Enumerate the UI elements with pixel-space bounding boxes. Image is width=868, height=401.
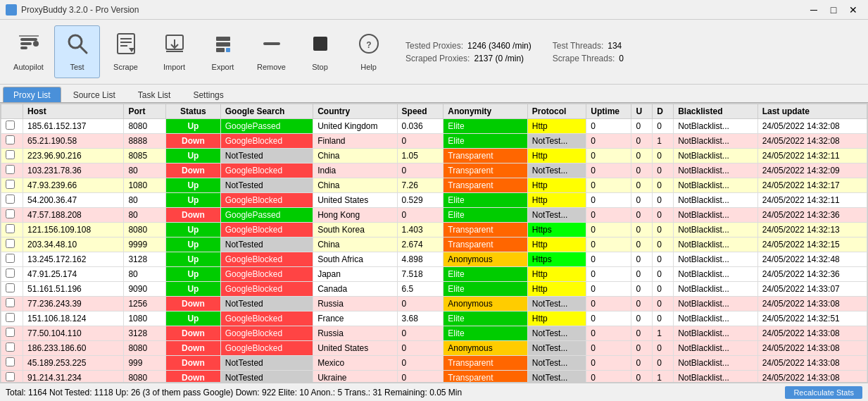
row-google: GoogleBlocked [220, 311, 313, 326]
stop-button[interactable]: Stop [297, 25, 343, 78]
row-checkbox[interactable] [1, 326, 23, 341]
row-d: 0 [653, 252, 674, 267]
table-row[interactable]: 223.96.90.216 8085 Up NotTested China 1.… [1, 149, 867, 164]
row-checkbox[interactable] [1, 134, 23, 149]
row-blacklisted: NotBlacklist... [674, 237, 757, 252]
row-anonymity: Elite [444, 267, 527, 282]
table-row[interactable]: 103.231.78.36 80 Down GoogleBlocked Indi… [1, 164, 867, 178]
row-host: 91.214.31.234 [23, 371, 124, 383]
table-row[interactable]: 47.93.239.66 1080 Up NotTested China 7.2… [1, 178, 867, 193]
row-anonymity: Transparent [444, 178, 527, 193]
table-row[interactable]: 151.106.18.124 1080 Up GoogleBlocked Fra… [1, 311, 867, 326]
row-checkbox[interactable] [1, 164, 23, 178]
scrape-button[interactable]: Scrape [103, 25, 149, 78]
col-protocol[interactable]: Protocol [527, 104, 586, 119]
row-checkbox[interactable] [1, 282, 23, 297]
col-d[interactable]: D [653, 104, 674, 119]
table-row[interactable]: 186.233.186.60 8080 Down GoogleBlocked U… [1, 341, 867, 356]
table-row[interactable]: 65.21.190.58 8888 Down GoogleBlocked Fin… [1, 134, 867, 149]
row-uptime: 0 [586, 282, 631, 297]
col-country[interactable]: Country [313, 104, 397, 119]
table-row[interactable]: 203.34.48.10 9999 Up NotTested China 2.6… [1, 237, 867, 252]
close-button[interactable]: ✕ [844, 3, 862, 17]
scrape-threads-label: Scrape Threads: [553, 54, 615, 63]
table-row[interactable]: 54.200.36.47 80 Up GoogleBlocked United … [1, 193, 867, 208]
row-blacklisted: NotBlacklist... [674, 311, 757, 326]
table-row[interactable]: 47.91.25.174 80 Up GoogleBlocked Japan 7… [1, 267, 867, 282]
row-checkbox[interactable] [1, 267, 23, 282]
autopilot-button[interactable]: Autopilot [6, 25, 51, 78]
row-country: Finland [313, 134, 397, 149]
row-checkbox[interactable] [1, 223, 23, 237]
col-last-update[interactable]: Last update [757, 104, 867, 119]
row-port: 8085 [124, 149, 166, 164]
row-host: 13.245.172.162 [23, 252, 124, 267]
import-button[interactable]: Import [151, 25, 197, 78]
row-speed: 1.05 [397, 149, 444, 164]
row-d: 0 [653, 119, 674, 134]
row-status: Up [166, 252, 221, 267]
row-host: 121.156.109.108 [23, 223, 124, 237]
scraped-proxies-label: Scraped Proxies: [405, 54, 470, 63]
col-uptime[interactable]: Uptime [586, 104, 631, 119]
stop-icon [309, 32, 332, 60]
row-google: GoogleBlocked [220, 252, 313, 267]
table-row[interactable]: 185.61.152.137 8080 Up GooglePassed Unit… [1, 119, 867, 134]
col-port[interactable]: Port [124, 104, 166, 119]
tab-settings[interactable]: Settings [182, 87, 234, 102]
svg-rect-0 [20, 38, 37, 41]
help-button[interactable]: ?Help [346, 25, 391, 78]
row-d: 0 [653, 164, 674, 178]
row-host: 65.21.190.58 [23, 134, 124, 149]
row-checkbox[interactable] [1, 252, 23, 267]
row-u: 0 [631, 119, 653, 134]
col-blacklisted[interactable]: Blacklisted [674, 104, 757, 119]
remove-button[interactable]: Remove [249, 25, 294, 78]
export-button[interactable]: Export [200, 25, 246, 78]
test-button[interactable]: Test [54, 25, 100, 78]
row-google: NotTested [220, 149, 313, 164]
row-checkbox[interactable] [1, 237, 23, 252]
row-checkbox[interactable] [1, 371, 23, 383]
row-speed: 0.036 [397, 119, 444, 134]
minimize-button[interactable]: ─ [805, 3, 823, 17]
table-row[interactable]: 45.189.253.225 999 Down NotTested Mexico… [1, 356, 867, 371]
row-d: 0 [653, 267, 674, 282]
col-u[interactable]: U [631, 104, 653, 119]
proxy-table-container[interactable]: Host Port Status Google Search Country S… [0, 103, 868, 383]
col-speed[interactable]: Speed [397, 104, 444, 119]
row-checkbox[interactable] [1, 178, 23, 193]
row-blacklisted: NotBlacklist... [674, 282, 757, 297]
table-row[interactable]: 47.57.188.208 80 Down GooglePassed Hong … [1, 208, 867, 223]
row-d: 1 [653, 134, 674, 149]
row-last-update: 24/05/2022 14:32:11 [757, 193, 867, 208]
maximize-button[interactable]: □ [824, 3, 843, 17]
row-checkbox[interactable] [1, 356, 23, 371]
row-checkbox[interactable] [1, 119, 23, 134]
tab-proxy-list[interactable]: Proxy List [3, 87, 61, 102]
row-host: 47.93.239.66 [23, 178, 124, 193]
table-row[interactable]: 91.214.31.234 8080 Down NotTested Ukrain… [1, 371, 867, 383]
col-anonymity[interactable]: Anonymity [444, 104, 527, 119]
col-google[interactable]: Google Search [220, 104, 313, 119]
row-checkbox[interactable] [1, 341, 23, 356]
tab-source-list[interactable]: Source List [63, 87, 126, 102]
table-row[interactable]: 77.236.243.39 1256 Down NotTested Russia… [1, 297, 867, 311]
col-status[interactable]: Status [166, 104, 221, 119]
row-checkbox[interactable] [1, 193, 23, 208]
recalculate-stats-button[interactable]: Recalculate Stats [785, 386, 862, 399]
table-row[interactable]: 13.245.172.162 3128 Up GoogleBlocked Sou… [1, 252, 867, 267]
row-uptime: 0 [586, 134, 631, 149]
row-checkbox[interactable] [1, 311, 23, 326]
tab-task-list[interactable]: Task List [127, 87, 182, 102]
table-row[interactable]: 77.50.104.110 3128 Down GoogleBlocked Ru… [1, 326, 867, 341]
row-checkbox[interactable] [1, 208, 23, 223]
row-checkbox[interactable] [1, 149, 23, 164]
row-speed: 1.403 [397, 223, 444, 237]
row-u: 0 [631, 282, 653, 297]
row-checkbox[interactable] [1, 297, 23, 311]
table-row[interactable]: 121.156.109.108 8080 Up GoogleBlocked So… [1, 223, 867, 237]
status-text: Total: 1164 Not Tested: 1118 Up: 26 (3 o… [6, 388, 462, 397]
col-host[interactable]: Host [23, 104, 124, 119]
table-row[interactable]: 51.161.51.196 9090 Up GoogleBlocked Cana… [1, 282, 867, 297]
